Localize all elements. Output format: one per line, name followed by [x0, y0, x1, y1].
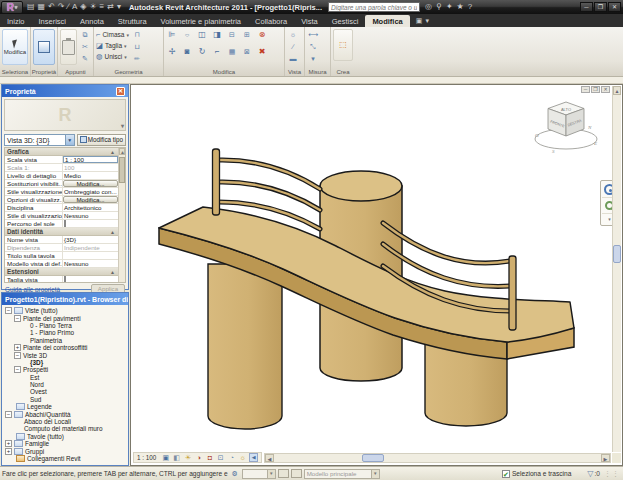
section-grafica[interactable]: Grafica▲ — [5, 148, 125, 156]
communication-center-icon[interactable]: ✦ — [446, 2, 453, 12]
lightbulb-icon[interactable]: ☼ — [287, 30, 299, 40]
expand-icon[interactable]: + — [14, 344, 21, 351]
text-icon[interactable]: A — [72, 2, 77, 12]
collapse-icon[interactable]: − — [14, 366, 21, 373]
tree-item[interactable]: Est — [4, 374, 128, 381]
collapse-icon[interactable]: − — [14, 315, 21, 322]
redo-icon[interactable]: ↷ — [58, 2, 65, 12]
align-icon[interactable]: ⊫ — [166, 30, 178, 40]
copy-icon[interactable]: ⧉ — [79, 30, 91, 40]
subscription-key-icon[interactable]: ⚲ — [436, 2, 442, 12]
scroll-left-icon[interactable]: ◀ — [265, 454, 274, 462]
checkbox-unchecked[interactable] — [64, 276, 66, 283]
design-options-icon[interactable] — [291, 469, 302, 478]
property-row[interactable]: Stile visualizzazioneOmbreggiato con... — [5, 188, 125, 196]
type-selector[interactable]: Vista 3D: {3D}▼ — [4, 134, 75, 146]
workset-combo[interactable]: ▼ — [242, 469, 276, 479]
property-row[interactable]: Scala vista1 : 100 — [5, 156, 125, 164]
view-scale-button[interactable]: 1 : 100 — [137, 454, 156, 461]
detail-level-icon[interactable]: ▣ — [161, 453, 170, 462]
property-row[interactable]: Stile di visualizzazio...Nessuno — [5, 212, 125, 220]
tree-item[interactable]: −Abachi/Quantità — [4, 410, 128, 417]
tree-item[interactable]: −Prospetti — [4, 366, 128, 373]
temporary-hide-icon[interactable]: ◔ — [227, 453, 236, 462]
tree-item[interactable]: Sud — [4, 396, 128, 403]
tab-struttura[interactable]: Struttura — [111, 15, 154, 27]
tree-item[interactable]: −Viste 3D — [4, 351, 128, 358]
copy-element-icon[interactable]: ◙ — [181, 47, 193, 57]
filter-button[interactable]: ▽ :0 — [587, 469, 600, 478]
tab-vista[interactable]: Vista — [294, 15, 325, 27]
tab-modifica-active[interactable]: Modifica — [365, 15, 409, 27]
tree-item[interactable]: Tavole (tutto) — [4, 433, 128, 440]
search-binoculars-icon[interactable]: ◎ — [425, 2, 432, 12]
sun-icon[interactable]: ☀ — [89, 2, 96, 12]
properties-palette-titlebar[interactable]: Proprietà ✕ — [2, 85, 128, 97]
tree-item[interactable]: Collegamenti Revit — [4, 455, 128, 462]
property-row[interactable]: Nome vista{3D} — [5, 236, 125, 244]
property-row[interactable]: Modello vista di def...Nessuno — [5, 260, 125, 268]
favorites-star-icon[interactable]: ★ — [457, 2, 464, 12]
customize-qat-icon[interactable]: ▾ — [117, 2, 121, 12]
create-group-button[interactable]: ⬚ — [333, 29, 353, 61]
property-row[interactable]: DisciplinaArchitettonico — [5, 204, 125, 212]
scrollbar-thumb[interactable] — [362, 454, 384, 462]
edit-button[interactable]: Modifica... — [63, 180, 118, 187]
array-icon[interactable]: ▦ — [226, 47, 238, 57]
checkbox-checked[interactable]: ✔ — [502, 470, 510, 478]
hide-icon[interactable]: ▬ — [287, 54, 299, 64]
mirror-pick-icon[interactable]: ◨ — [211, 30, 223, 40]
thin-lines-icon[interactable]: ≡ — [100, 2, 105, 12]
ribbon-state-caret-icon[interactable]: ▾ — [425, 17, 429, 25]
tree-item[interactable]: Planimetria — [4, 337, 128, 344]
sun-path-icon[interactable]: ☀ — [183, 453, 192, 462]
property-row[interactable]: Livello di dettaglioMedio — [5, 172, 125, 180]
tree-item[interactable]: Ovest — [4, 388, 128, 395]
collapse-icon[interactable]: − — [5, 307, 12, 314]
property-row[interactable]: Sostituzioni visibilit...Modifica... — [5, 180, 125, 188]
visual-style-icon[interactable]: ◧ — [172, 453, 181, 462]
rotate-icon[interactable]: ↻ — [196, 47, 208, 57]
help-icon[interactable]: ? — [468, 2, 472, 12]
properties-scrollbar[interactable]: ▲ — [118, 148, 125, 282]
tree-item[interactable]: −Piante dei pavimenti — [4, 314, 128, 321]
close-button[interactable]: ✕ — [608, 2, 621, 12]
scrollbar-thumb[interactable] — [119, 157, 125, 183]
cut-icon[interactable]: ✂ — [79, 42, 91, 52]
properties-button[interactable] — [33, 29, 55, 65]
project-browser-titlebar[interactable]: Progetto1(Ripristino).rvt - Browser di p… — [2, 293, 128, 305]
tree-item-active-view[interactable]: {3D} — [4, 359, 128, 366]
chevron-down-icon[interactable]: ▾ — [121, 122, 124, 129]
measure-tool-icon[interactable]: ⤡ — [307, 42, 319, 52]
split-icon[interactable]: ⊟ — [226, 30, 238, 40]
ribbon-state-icon[interactable]: ▣ — [416, 17, 423, 25]
paste-button[interactable] — [60, 29, 77, 65]
editable-only-icon[interactable] — [278, 469, 289, 478]
property-row[interactable]: Taglia vista — [5, 276, 125, 283]
tree-item[interactable]: +Piante dei controsoffitti — [4, 344, 128, 351]
collapse-icon[interactable]: − — [5, 411, 12, 418]
tree-item[interactable]: Computo dei materiali muro — [4, 425, 128, 432]
property-row[interactable]: Titolo sulla tavola — [5, 252, 125, 260]
tab-volumetrie[interactable]: Volumetrie e planimetria — [154, 15, 248, 27]
tab-gestisci[interactable]: Gestisci — [325, 15, 366, 27]
design-option-combo[interactable]: Modello principale▼ — [304, 469, 380, 479]
sync-icon[interactable]: ⇄ — [107, 2, 114, 12]
mirror-axis-icon[interactable]: ◫ — [196, 30, 208, 40]
pin-icon[interactable]: ⊠ — [241, 47, 253, 57]
restore-button[interactable]: ❐ — [594, 2, 607, 12]
scroll-up-icon[interactable]: ▲ — [119, 148, 125, 155]
unisci-dropdown[interactable]: ◍Unisci▾ — [96, 51, 129, 62]
tab-annota[interactable]: Annota — [73, 15, 111, 27]
drawing-area[interactable]: ─ ❐ ✕ — [130, 84, 623, 466]
save-icon[interactable]: ▦ — [38, 2, 46, 12]
checkbox-unchecked[interactable] — [64, 220, 66, 227]
measure-icon[interactable]: ∕ — [68, 2, 69, 12]
expand-icon[interactable]: + — [5, 440, 12, 447]
property-row[interactable]: Percorso del sole — [5, 220, 125, 228]
section-estensioni[interactable]: Estensioni▲ — [5, 268, 125, 276]
close-icon[interactable]: ✕ — [116, 87, 125, 96]
collapse-left-icon[interactable]: ◀ — [249, 453, 258, 462]
tree-item[interactable]: Legende — [4, 403, 128, 410]
infocenter-search-input[interactable] — [328, 2, 420, 12]
